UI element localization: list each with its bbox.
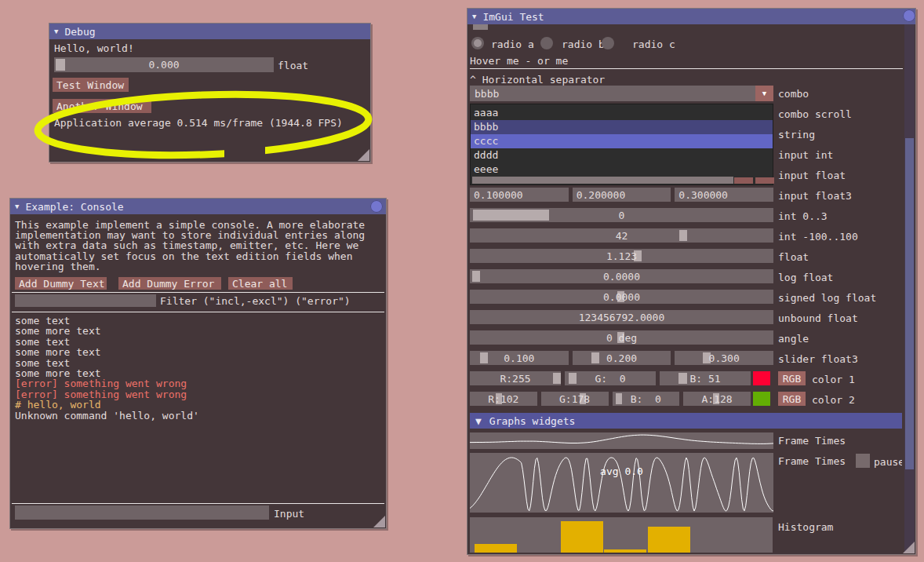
- slider-angle[interactable]: 0 deg: [470, 330, 773, 345]
- close-button[interactable]: [370, 200, 383, 213]
- color-component-field[interactable]: G:178: [541, 392, 609, 406]
- slider-signed-log-float[interactable]: 0.0000: [470, 290, 773, 304]
- drag-unbound-float[interactable]: 123456792.0000: [470, 310, 773, 324]
- console-log-line: some text: [15, 337, 199, 347]
- row-label: color 2: [812, 394, 855, 406]
- slider-float3-field[interactable]: 0.100: [470, 351, 569, 365]
- color-component-field[interactable]: B: 51: [660, 371, 751, 385]
- combo-popup-item[interactable]: eeee: [471, 162, 773, 177]
- field-value: 42: [470, 230, 773, 242]
- input-float3-field[interactable]: 0.200000: [573, 188, 671, 202]
- collapse-arrow-icon[interactable]: ▼: [15, 203, 19, 210]
- combo-popup-item[interactable]: bbbb: [471, 120, 773, 134]
- vertical-scrollbar-grab[interactable]: [905, 138, 914, 469]
- console-log-line: some more text: [15, 326, 199, 336]
- popup-scroll-button[interactable]: [734, 177, 753, 184]
- float-slider[interactable]: 0.000: [54, 57, 274, 72]
- row-label: log float: [778, 272, 833, 283]
- combo-popup-item[interactable]: aaaa: [471, 106, 773, 120]
- console-log[interactable]: some textsome more textsome textsome mor…: [15, 316, 199, 421]
- histogram-bar: [475, 544, 517, 553]
- debug-window: ▼ Debug Hello, world! 0.000 float Test W…: [49, 23, 371, 162]
- field-value: R:102: [470, 393, 537, 405]
- color-swatch[interactable]: [753, 371, 770, 385]
- field-value: 0.200000: [577, 189, 626, 201]
- input-float3-field[interactable]: 0.300000: [675, 188, 773, 202]
- console-description: This example implement a simple console.…: [15, 220, 365, 272]
- color-swatch[interactable]: [753, 392, 770, 406]
- command-input-label: Input: [274, 508, 304, 520]
- console-log-line: some more text: [15, 368, 199, 378]
- radio-label: radio a: [491, 38, 534, 50]
- slider-int-0-3[interactable]: 0: [470, 208, 773, 222]
- field-value: 123456792.0000: [470, 312, 773, 323]
- collapse-arrow-icon[interactable]: ▼: [472, 13, 476, 20]
- filter-input[interactable]: [15, 294, 156, 307]
- console-log-line: # hello, world: [15, 400, 199, 410]
- console-log-line: some more text: [15, 347, 199, 357]
- debug-titlebar[interactable]: ▼ Debug: [49, 24, 370, 39]
- debug-window-title: Debug: [64, 26, 95, 38]
- command-input[interactable]: [15, 505, 269, 520]
- hover-me-text[interactable]: Hover me - or me: [470, 55, 568, 67]
- console-log-line: some text: [15, 358, 199, 368]
- console-description-line: hovering them.: [15, 261, 365, 272]
- resize-grip[interactable]: [373, 516, 385, 527]
- field-value: 0.300000: [678, 189, 728, 201]
- console-button-clear-all[interactable]: Clear all: [228, 277, 293, 290]
- color-component-field[interactable]: G: 0: [565, 371, 656, 385]
- console-description-line: automatically set focus on the text edit…: [15, 251, 365, 261]
- pause-checkbox-label: pause: [874, 456, 902, 468]
- float-slider-label: float: [278, 60, 308, 71]
- row-label: int 0..3: [778, 210, 828, 222]
- color-component-field[interactable]: A:128: [683, 392, 751, 406]
- graphs-widgets-header[interactable]: ▼ Graphs widgets: [470, 413, 902, 429]
- frame-times-label: Frame Times: [778, 435, 846, 447]
- combo-box[interactable]: bbbb ▼: [470, 86, 773, 101]
- console-log-line: Unknown command 'hello, world': [15, 411, 199, 421]
- collapse-arrow-icon[interactable]: ▼: [475, 415, 482, 427]
- input-float3-field[interactable]: 0.100000: [470, 188, 569, 202]
- collapse-arrow-icon[interactable]: ▼: [54, 27, 58, 35]
- combo-popup-item[interactable]: dddd: [471, 148, 773, 162]
- close-button[interactable]: [903, 9, 915, 22]
- combo-popup-item[interactable]: cccc: [471, 134, 773, 148]
- rgb-mode-button[interactable]: RGB: [778, 371, 806, 385]
- resize-grip[interactable]: [358, 149, 369, 161]
- pause-checkbox[interactable]: [856, 454, 870, 468]
- console-titlebar[interactable]: ▼ Example: Console: [10, 199, 386, 214]
- console-log-line: [error] something went wrong: [15, 378, 199, 389]
- radio-label: radio c: [632, 38, 675, 50]
- radio-radio-c[interactable]: [602, 37, 614, 49]
- slider-float[interactable]: 1.123: [470, 249, 773, 263]
- color-component-field[interactable]: B: 0: [613, 392, 680, 406]
- radio-radio-a[interactable]: [471, 37, 484, 49]
- color-component-field[interactable]: R:255: [470, 371, 561, 385]
- slider-float3-field[interactable]: 0.300: [675, 351, 773, 365]
- console-window-title: Example: Console: [25, 201, 123, 213]
- field-value: 1.123: [470, 250, 773, 262]
- slider-float3-field[interactable]: 0.200: [573, 351, 671, 365]
- imgui-test-window: ▼ ImGui Test Hover me - or me ^ Horizont…: [467, 8, 916, 555]
- slider-int-100-100[interactable]: 42: [470, 228, 773, 243]
- horizontal-separator-caption: ^ Horizontal separator: [470, 74, 605, 86]
- color-component-field[interactable]: R:102: [470, 392, 537, 406]
- another-window-button[interactable]: Another Window: [53, 99, 151, 113]
- combo-arrow-button[interactable]: ▼: [755, 86, 773, 101]
- radio-radio-b[interactable]: [540, 37, 553, 49]
- frame-times-plot2: avg 0.0: [470, 453, 773, 513]
- histogram-plot: [470, 517, 773, 553]
- popup-scroll-button[interactable]: [755, 177, 774, 184]
- console-log-line: [error] something went wrong: [15, 389, 199, 400]
- popup-hscrollbar[interactable]: [472, 177, 733, 184]
- field-value: A:128: [683, 393, 751, 405]
- field-value: 0 deg: [470, 332, 773, 344]
- test-window-button[interactable]: Test Window: [53, 78, 129, 92]
- console-button-add-dummy-text[interactable]: Add Dummy Text: [15, 277, 107, 290]
- rgb-mode-button[interactable]: RGB: [778, 392, 806, 406]
- histogram-bar: [604, 549, 646, 553]
- test-titlebar[interactable]: ▼ ImGui Test: [467, 9, 915, 24]
- slider-log-float[interactable]: 0.0000: [470, 269, 773, 283]
- console-button-add-dummy-error[interactable]: Add Dummy Error: [118, 277, 221, 290]
- resize-grip[interactable]: [903, 542, 915, 553]
